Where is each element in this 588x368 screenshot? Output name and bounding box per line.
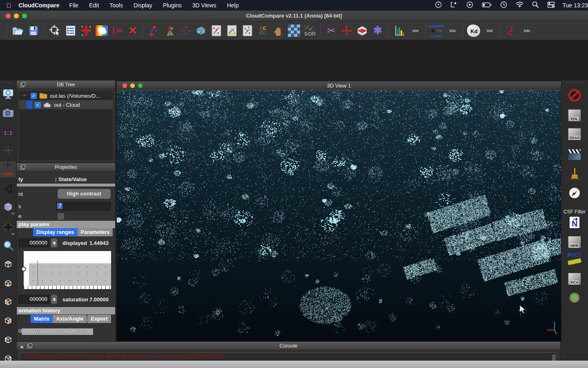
ssao-shader-icon[interactable]: SSAO [561, 125, 588, 143]
align-points-icon[interactable] [178, 23, 193, 38]
csf-compass-icon[interactable] [561, 184, 588, 202]
properties-title-bar[interactable]: Properties [17, 163, 115, 171]
edl-shader-icon[interactable]: EDL [561, 106, 588, 124]
rotate-view-icon[interactable] [0, 219, 16, 236]
tab-matrix[interactable]: Matrix [31, 315, 53, 323]
displayed-value[interactable]: 1.44943 [89, 240, 109, 246]
toolbar-overflow-chevron[interactable]: »» [481, 23, 497, 38]
no-shader-icon[interactable] [561, 86, 588, 104]
menu-tools[interactable]: Tools [109, 2, 123, 9]
power-circle-icon[interactable] [435, 1, 442, 10]
range-min-stepper[interactable] [51, 238, 57, 247]
undock-icon[interactable] [27, 343, 32, 348]
open-icon[interactable] [10, 23, 26, 38]
view-cube-top-icon[interactable] [0, 256, 16, 272]
menu-edit[interactable]: Edit [89, 2, 99, 9]
undock-icon[interactable] [20, 165, 25, 169]
console-close-icon[interactable]: ✕ [20, 343, 24, 351]
view-cube-left-icon[interactable] [0, 332, 16, 348]
register-icon[interactable] [147, 23, 162, 38]
viewport-3d[interactable] [117, 90, 561, 341]
3d-view-title-bar[interactable]: 3D View 1 [117, 81, 561, 90]
normals-icon[interactable]: N [561, 213, 588, 231]
subsample-icon[interactable] [193, 23, 209, 38]
display-options-icon[interactable] [0, 86, 16, 102]
facets-icon[interactable] [561, 289, 588, 307]
toolbar-overflow-chevron[interactable]: »» [407, 23, 423, 38]
checkerboard-icon[interactable] [286, 23, 302, 38]
fine-registration-icon[interactable] [162, 23, 178, 38]
cc-compare-icon[interactable]: CCCC [255, 23, 271, 38]
spotlight-icon[interactable] [532, 1, 539, 9]
cross-section-icon[interactable] [354, 23, 370, 38]
s-curve-icon[interactable] [503, 23, 519, 38]
wifi-icon[interactable] [516, 2, 523, 9]
sat-min-spinbox[interactable]: 000000 [18, 295, 49, 304]
undock-icon[interactable] [20, 82, 25, 87]
tab-parameters[interactable]: Parameters [78, 228, 113, 236]
zoom-1-1-icon[interactable]: 1:1 [0, 124, 16, 141]
dock-handle[interactable] [0, 81, 16, 84]
properties-list-icon[interactable] [63, 23, 78, 38]
iso-cube-icon[interactable] [0, 199, 16, 215]
play-circle-icon[interactable] [466, 1, 473, 10]
range-min-spinbox[interactable]: 000000 [18, 238, 49, 247]
time-machine-icon[interactable] [500, 1, 507, 10]
hand-icon[interactable] [271, 23, 286, 38]
toolbar-overflow-chevron[interactable]: »» [519, 23, 534, 38]
kd-tree-icon[interactable]: Kd [466, 23, 481, 38]
menu-plugins[interactable]: Plugins [163, 2, 182, 9]
console-title-bar[interactable]: ✕ Console [17, 342, 560, 350]
tab-axis-angle[interactable]: Axis/Angle [53, 315, 87, 323]
view-zoom-button[interactable] [138, 83, 143, 88]
pick-center-icon[interactable] [0, 142, 16, 159]
visibility-checkbox[interactable]: ✓ [35, 102, 41, 108]
animation-icon[interactable] [561, 146, 588, 164]
segment-scissors-icon[interactable]: ✂ [323, 23, 339, 38]
color-scale-dropdown[interactable]: High contrast [58, 189, 111, 199]
tree-item-out-las[interactable]: ✓out.las (/Volumes/D... [19, 91, 113, 100]
sf-histogram[interactable] [24, 251, 111, 289]
visibility-checkbox[interactable]: ✓ [31, 93, 37, 99]
menu-display[interactable]: Display [134, 2, 152, 9]
menu-3d-views[interactable]: 3D Views [192, 2, 216, 9]
point-picking-icon[interactable] [78, 23, 94, 38]
steps-spinbox[interactable]: 7 [56, 202, 111, 211]
screen-mirror-icon[interactable] [450, 2, 458, 9]
sor-filter-icon[interactable]: SOR [302, 23, 317, 38]
matrix-values[interactable]: 000000 0.000000 0.000000 0.000 [18, 328, 116, 334]
pick-rotation-center-icon[interactable] [47, 23, 63, 38]
battery-icon[interactable] [482, 2, 492, 9]
tree-item-out[interactable]: ✓out - Cloud [19, 100, 113, 109]
menu-clock[interactable]: Tue 13:23 [562, 2, 588, 9]
view-cube-bottom-icon[interactable] [0, 275, 16, 292]
toolbar-handle[interactable] [7, 24, 7, 38]
zoom-magnifier-icon[interactable] [0, 237, 16, 254]
m3c2-icon[interactable]: M3C2 [561, 249, 588, 267]
apply-transformation-icon[interactable] [109, 23, 125, 38]
screenshot-camera-icon[interactable] [0, 105, 16, 121]
apple-logo-icon[interactable]:  [7, 2, 11, 9]
translate-rotate-icon[interactable] [339, 23, 354, 38]
control-center-icon[interactable] [547, 2, 555, 9]
view-minimize-button[interactable] [130, 83, 135, 88]
clean-broom-icon[interactable] [561, 165, 588, 183]
icp-star-icon[interactable]: ✱ [370, 23, 385, 38]
delete-icon[interactable]: ✕ [125, 23, 140, 38]
toolbar-overflow-chevron[interactable]: »» [444, 23, 460, 38]
saturation-value[interactable]: 7.00000 [89, 296, 109, 303]
histogram-left-handle[interactable] [21, 267, 26, 272]
pcv-icon[interactable]: PCV [561, 270, 588, 288]
distance-card-3-icon[interactable] [240, 23, 255, 38]
histogram-icon[interactable] [392, 23, 407, 38]
tab-export[interactable]: Export [87, 315, 111, 323]
menu-app-name[interactable]: CloudCompare [18, 2, 59, 9]
distance-card-1-icon[interactable] [209, 23, 224, 38]
sat-stepper[interactable] [51, 295, 57, 304]
tab-display-ranges[interactable]: Display ranges [33, 228, 78, 236]
point-cloud-canvas[interactable] [117, 90, 561, 341]
save-icon[interactable] [26, 23, 41, 38]
distance-card-2-icon[interactable] [224, 23, 240, 38]
db-tree-title-bar[interactable]: DB Tree [17, 81, 115, 89]
clone-icon[interactable] [94, 23, 109, 38]
